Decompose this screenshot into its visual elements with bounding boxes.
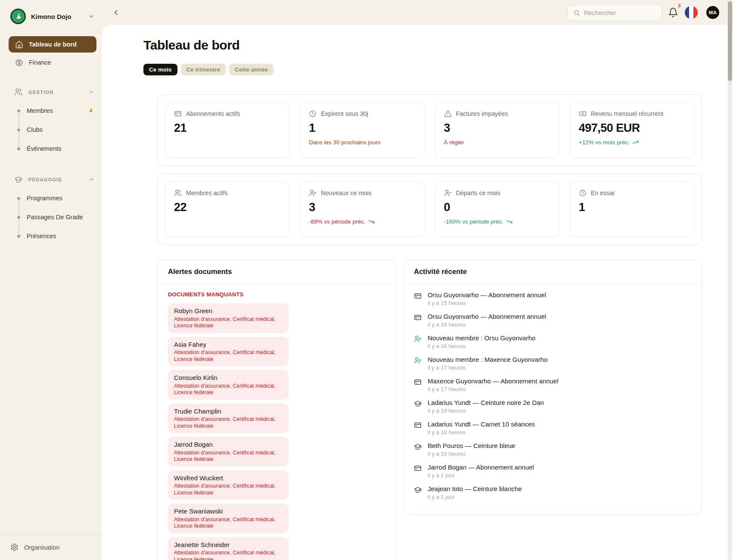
activity-time: il y a 18 heures xyxy=(428,408,544,414)
activity-item-body: Nouveau membre : Maxence Guyonvarho il y… xyxy=(428,356,547,371)
stat-value: 1 xyxy=(309,121,415,135)
sidebar-subitem[interactable]: Clubs xyxy=(0,120,102,139)
organisation-label: Organisation xyxy=(24,544,59,551)
bullet-dot-icon xyxy=(17,235,20,238)
stat-label-row: Abonnements actifs xyxy=(174,110,280,118)
sidebar-subitem[interactable]: Présences xyxy=(0,227,102,246)
sidebar-section: GESTION Membres 4 Clubs Événements xyxy=(0,88,102,158)
stat-icon xyxy=(174,110,182,118)
stat-value: 497,50 EUR xyxy=(579,121,685,135)
activity-icon xyxy=(414,292,422,300)
stat-label-row: Expirent sous 30j xyxy=(309,110,415,118)
stat-card: En essai 1 xyxy=(570,181,694,237)
missing-document-member-card[interactable]: Consuelo Kirlin Attestation d'assurance,… xyxy=(168,370,289,400)
member-name: Winifred Wuckert xyxy=(174,474,283,482)
sidebar-subitem[interactable]: Programmes xyxy=(0,189,102,208)
sidebar-section-header[interactable]: PÉDAGOGIE xyxy=(0,175,102,184)
sidebar-item-tableau-de-bord[interactable]: Tableau de bord xyxy=(9,36,96,53)
sidebar-subitem[interactable]: Membres 4 xyxy=(0,101,102,120)
activity-item: Orsu Guyonvarho — Abonnement annuel il y… xyxy=(414,291,691,306)
stat-card: Départs ce mois 0 -100% vs période préc. xyxy=(435,181,559,237)
sidebar-subitem-label: Membres xyxy=(27,107,53,114)
sidebar-section-header[interactable]: GESTION xyxy=(0,88,102,96)
sidebar-subitem-label: Programmes xyxy=(27,195,62,202)
org-switcher[interactable]: Kimono Dojo xyxy=(0,0,102,31)
flag-red-band xyxy=(693,6,698,19)
missing-document-member-card[interactable]: Asia Fahey Attestation d'assurance, Cert… xyxy=(168,337,289,367)
period-filter-chip[interactable]: Cette année xyxy=(229,64,273,75)
missing-document-member-card[interactable]: Trudie Champlin Attestation d'assurance,… xyxy=(168,404,289,433)
user-avatar[interactable]: MA xyxy=(706,6,719,19)
search-input[interactable] xyxy=(584,9,656,16)
missing-document-member-card[interactable]: Robyn Green Attestation d'assurance, Cer… xyxy=(168,303,289,333)
activity-item-body: Beth Pouros — Ceinture bleue il y a 19 h… xyxy=(428,442,515,457)
trend-icon xyxy=(632,139,639,146)
missing-document-member-card[interactable]: Jeanette Schneider Attestation d'assuran… xyxy=(168,537,289,560)
stat-note: -89% vs période préc. xyxy=(309,218,415,225)
stat-label: Revenu mensuel récurrent xyxy=(591,110,663,117)
sidebar-subitem[interactable]: Événements xyxy=(0,139,102,158)
stat-value: 3 xyxy=(309,201,415,214)
trend-icon xyxy=(368,218,375,225)
missing-documents: Attestation d'assurance, Certificat médi… xyxy=(174,416,283,429)
stat-note-text: Dans les 30 prochains jours xyxy=(309,139,381,146)
activity-text: Jeajean toto — Ceinture blanche xyxy=(428,485,522,492)
activity-text: Nouveau membre : Maxence Guyonvarho xyxy=(428,356,547,363)
sidebar-item-organisation[interactable]: Organisation xyxy=(0,534,102,560)
activity-item: Orsu Guyonvarho — Abonnement annuel il y… xyxy=(414,313,691,328)
stat-card: Nouveaux ce mois 3 -89% vs période préc. xyxy=(300,181,424,237)
member-name: Jarrod Bogan xyxy=(174,440,283,449)
activity-text: Maxence Guyonvarho — Abonnement annuel xyxy=(428,377,559,385)
stat-label-row: Nouveaux ce mois xyxy=(309,189,415,197)
activity-item-body: Jeajean toto — Ceinture blanche il y a 1… xyxy=(428,485,522,500)
sidebar-subitem[interactable]: Passages De Grade xyxy=(0,208,102,227)
missing-document-member-card[interactable]: Winifred Wuckert Attestation d'assurance… xyxy=(168,470,289,500)
activity-icon xyxy=(414,335,422,343)
activity-text: Orsu Guyonvarho — Abonnement annuel xyxy=(428,313,546,320)
scrollbar-track[interactable] xyxy=(728,0,732,560)
stat-value: 21 xyxy=(174,121,280,135)
sidebar-item-finance[interactable]: Finance xyxy=(9,54,96,71)
activity-list: Orsu Guyonvarho — Abonnement annuel il y… xyxy=(404,283,702,514)
stat-value: 3 xyxy=(444,121,550,135)
notifications-button[interactable] xyxy=(668,7,678,18)
stat-icon xyxy=(579,110,587,118)
activity-item: Nouveau membre : Orsu Guyonvarho il y a … xyxy=(414,334,691,349)
missing-documents: Attestation d'assurance, Certificat médi… xyxy=(174,483,283,496)
flag-white-band xyxy=(689,6,693,19)
topbar: 3 MA xyxy=(0,0,733,25)
org-name: Kimono Dojo xyxy=(31,13,71,20)
activity-text: Beth Pouros — Ceinture bleue xyxy=(428,442,515,449)
missing-document-member-card[interactable]: Pete Swaniawski Attestation d'assurance,… xyxy=(168,504,289,533)
main-content: Tableau de bord Ce mois Ce trimestre Cet… xyxy=(102,25,733,560)
period-filter-chip[interactable]: Ce trimestre xyxy=(181,64,226,75)
sidebar-collapse-button[interactable] xyxy=(112,8,120,17)
stat-label-row: En essai xyxy=(579,189,685,197)
stat-icon xyxy=(309,189,317,197)
stat-label: Expirent sous 30j xyxy=(321,110,368,117)
stat-value: 1 xyxy=(579,201,685,214)
org-logo xyxy=(10,9,26,24)
activity-icon xyxy=(414,314,422,321)
stat-label: Abonnements actifs xyxy=(186,110,240,117)
activity-time: il y a 15 heures xyxy=(428,300,546,306)
member-name: Pete Swaniawski xyxy=(174,507,283,516)
search-box[interactable] xyxy=(568,5,662,21)
activity-item-body: Orsu Guyonvarho — Abonnement annuel il y… xyxy=(428,291,546,306)
activity-item-body: Jarrod Bogan — Abonnement annuel il y a … xyxy=(428,464,534,479)
stat-card: Abonnements actifs 21 xyxy=(165,102,289,158)
section-icon xyxy=(14,175,22,184)
stat-label: Membres actifs xyxy=(186,190,228,196)
scrollbar-thumb[interactable] xyxy=(728,1,732,81)
period-filter-chip[interactable]: Ce mois xyxy=(143,64,177,75)
language-flag-button[interactable] xyxy=(685,6,698,19)
period-filter-group: Ce mois Ce trimestre Cette année xyxy=(143,64,733,75)
activity-icon xyxy=(414,400,422,408)
alerts-panel-title: Alertes documents xyxy=(158,260,396,283)
stat-value: 22 xyxy=(174,201,280,214)
activity-text: Jarrod Bogan — Abonnement annuel xyxy=(428,464,534,471)
activity-time: il y a 1 jour xyxy=(428,494,522,500)
stat-icon xyxy=(309,110,317,118)
activity-item-body: Ladarius Yundt — Ceinture noire 2e Dan i… xyxy=(428,399,544,414)
missing-document-member-card[interactable]: Jarrod Bogan Attestation d'assurance, Ce… xyxy=(168,437,289,467)
